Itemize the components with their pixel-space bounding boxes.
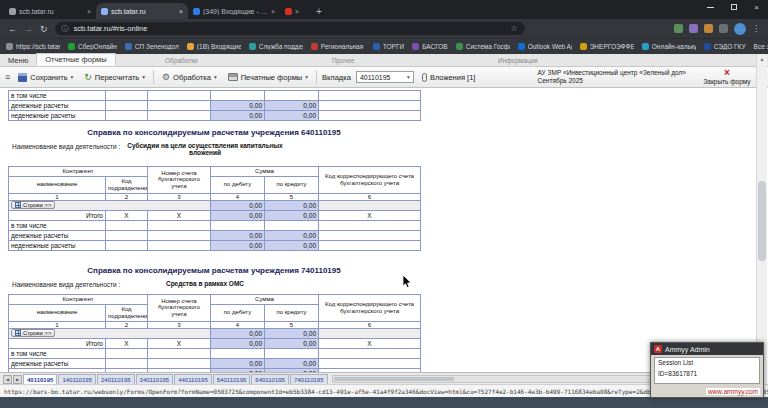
tab-close-icon[interactable]: × xyxy=(271,8,275,15)
all-bookmarks-button[interactable]: Все закладки» xyxy=(754,43,768,50)
debit-amount-cell[interactable]: 0,00 xyxy=(211,101,265,111)
report-period: Сентябрь 2025 xyxy=(538,77,686,85)
tab-close-icon[interactable]: × xyxy=(87,8,91,15)
bookmark-item[interactable]: БАСГОВ xyxy=(412,43,448,50)
scrollbar-track[interactable] xyxy=(757,63,767,375)
ammyy-site-link[interactable]: www.ammyy.com xyxy=(706,388,760,395)
credit-amount-cell[interactable]: 0,00 xyxy=(265,230,319,240)
debit-amount-cell[interactable]: 0,00 xyxy=(211,358,265,368)
cell xyxy=(319,348,421,358)
tab-selector-dropdown[interactable]: 40110195 ▾ xyxy=(356,71,414,83)
browser-tab-active[interactable]: scb.tatar.ru × xyxy=(96,3,188,19)
sheet-tab[interactable]: 640110195 xyxy=(251,374,289,384)
save-button[interactable]: Сохранить ▾ xyxy=(15,72,76,83)
tab-close-icon[interactable]: × xyxy=(295,8,299,15)
bookmark-item[interactable]: Служба поддержк... xyxy=(249,43,303,50)
extension-icon[interactable] xyxy=(674,24,683,33)
scrollbar-thumb[interactable] xyxy=(334,377,454,381)
scrollbar-thumb[interactable] xyxy=(758,181,766,261)
sheet-tabs-left-icon[interactable]: ◀ xyxy=(3,375,12,384)
session-id[interactable]: ID=83617871 xyxy=(658,370,756,377)
bookmark-item[interactable]: СберОнлайн xyxy=(68,43,117,50)
ammyy-title-bar[interactable]: A Ammyy Admin xyxy=(651,343,763,355)
debit-amount-cell[interactable]: 0,00 xyxy=(211,210,265,220)
cell xyxy=(106,348,148,358)
credit-amount-cell[interactable]: 0,00 xyxy=(265,101,319,111)
sheet-tab[interactable]: 240110195 xyxy=(97,374,135,384)
bookmark-item[interactable]: СП Зеленодольск... xyxy=(125,43,179,50)
sheet-tab[interactable]: 340110195 xyxy=(136,374,174,384)
settlements-table: Контрагент Номер счета бухгалтерского уч… xyxy=(8,294,421,372)
debit-amount-cell[interactable]: 0,00 xyxy=(211,111,265,121)
bookmark-item[interactable]: (1В) Входящие - П... xyxy=(187,43,241,50)
bookmark-item[interactable]: ЭНЕРГОЭФФЕКТИВ... xyxy=(580,43,634,50)
credit-amount-cell[interactable]: 0,00 xyxy=(265,210,319,220)
tab-favicon xyxy=(9,8,16,15)
bookmark-item[interactable]: https://scb.tatar.ru xyxy=(6,43,60,50)
bookmark-star-icon[interactable]: ☆ xyxy=(510,24,517,33)
profile-avatar[interactable] xyxy=(734,23,746,35)
rows-expander-button[interactable]: Строки >> xyxy=(11,201,55,209)
browser-tab[interactable]: scb.tatar.ru × xyxy=(4,3,96,19)
debit-amount-cell[interactable]: 0,00 xyxy=(211,240,265,250)
sheet-tab[interactable]: 40110195 xyxy=(23,374,57,384)
credit-amount-cell[interactable]: 0,00 xyxy=(265,111,319,121)
credit-amount-cell[interactable]: 0,00 xyxy=(265,358,319,368)
url-bar[interactable]: ⓘ scb.tatar.ru/#ris-online ☆ xyxy=(55,22,525,35)
forward-icon[interactable]: → xyxy=(24,24,33,34)
bookmark-item[interactable]: ТОРГИ xyxy=(373,43,404,50)
sheet-tab[interactable]: 140110195 xyxy=(58,374,96,384)
credit-amount-cell[interactable]: 0,00 xyxy=(265,328,319,338)
debit-amount-cell[interactable]: 0,00 xyxy=(211,230,265,240)
ammyy-admin-window[interactable]: A Ammyy Admin Session List ID=83617871 w… xyxy=(650,342,764,398)
rows-expander-button[interactable]: Строки >> xyxy=(11,329,55,337)
app-tab-menu[interactable]: Меню xyxy=(0,55,36,66)
debit-amount-cell[interactable]: 0,00 xyxy=(211,328,265,338)
menu-icon[interactable]: ≡ xyxy=(5,73,10,82)
bookmark-item[interactable]: Онлайн-кальку... xyxy=(642,43,696,50)
recalculate-button[interactable]: ↻ Пересчитать ▾ xyxy=(81,72,148,83)
sheet-tab[interactable]: 440110195 xyxy=(174,374,212,384)
close-form-button[interactable]: × Закрыть форму xyxy=(691,68,763,85)
x-cell: X xyxy=(319,210,421,220)
back-icon[interactable]: ← xyxy=(8,24,17,34)
app-tab-report-forms[interactable]: Отчетные формы xyxy=(36,53,115,66)
credit-amount-cell[interactable]: 0,00 xyxy=(265,200,319,210)
credit-amount-cell[interactable]: 0,00 xyxy=(265,240,319,250)
tab-close-icon[interactable]: × xyxy=(179,8,183,15)
bookmark-item[interactable]: СЭДО ГКУ xyxy=(704,43,746,50)
x-cell: X xyxy=(148,338,211,348)
new-tab-button[interactable]: + xyxy=(310,3,328,19)
print-forms-button[interactable]: Печатные формы ▾ xyxy=(225,72,311,83)
extension-icon[interactable] xyxy=(704,24,713,33)
sheet-tab[interactable]: 740110195 xyxy=(290,374,328,384)
cell xyxy=(106,220,148,230)
attachments-button[interactable]: Вложения [1] xyxy=(419,72,479,83)
including-row: в том числе xyxy=(9,348,421,358)
vertical-scrollbar[interactable]: ▲ ▼ xyxy=(756,54,767,384)
debit-amount-cell[interactable]: 0,00 xyxy=(211,338,265,348)
debit-amount-cell[interactable]: 0,00 xyxy=(211,200,265,210)
bookmark-item[interactable]: Региональная инф... xyxy=(311,43,365,50)
row-label: в том числе xyxy=(9,91,106,101)
bookmark-item[interactable]: Outlook Web App xyxy=(518,43,572,50)
processing-button[interactable]: ⚙ Обработка ▾ xyxy=(159,72,220,83)
bookmark-item[interactable]: Система Госфинанс... xyxy=(456,43,510,50)
group-caption-processing: Обработки xyxy=(165,57,198,64)
window-close-button[interactable]: × xyxy=(745,0,768,14)
window-minimize-button[interactable] xyxy=(699,0,722,14)
scroll-up-icon[interactable]: ▲ xyxy=(760,54,765,63)
sheet-tabs-right-icon[interactable]: ▶ xyxy=(13,375,22,384)
browser-menu-icon[interactable]: ⋮ xyxy=(752,24,760,33)
browser-tab[interactable]: × xyxy=(280,3,310,19)
sheet-tab[interactable]: 540110195 xyxy=(213,374,251,384)
credit-amount-cell[interactable]: 0,00 xyxy=(265,338,319,348)
reload-icon[interactable]: ↻ xyxy=(40,24,48,34)
extensions-puzzle-icon[interactable] xyxy=(719,24,728,33)
extension-icon[interactable] xyxy=(689,24,698,33)
site-info-icon[interactable]: ⓘ xyxy=(62,24,69,34)
bookmark-favicon xyxy=(412,43,419,50)
save-icon xyxy=(18,73,27,82)
browser-tab[interactable]: (349) Входящие - Почта Mail × xyxy=(188,3,280,19)
window-maximize-button[interactable] xyxy=(722,0,745,14)
